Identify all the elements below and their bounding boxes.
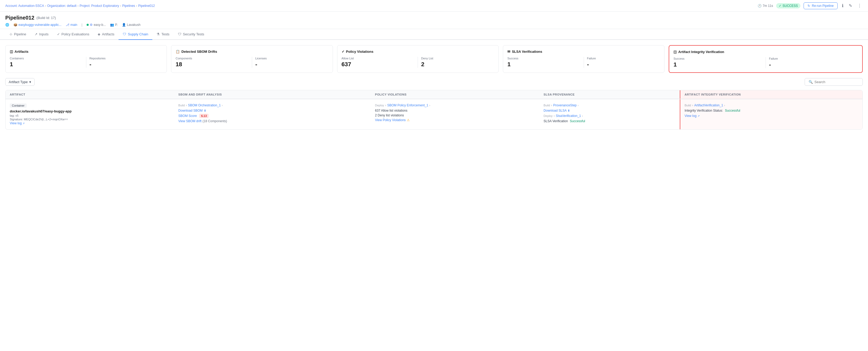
artifact-type-label: Artifact Type [9, 80, 28, 84]
policy-allow: Allow List 637 [342, 57, 415, 68]
more-button[interactable]: ⋮ [857, 2, 863, 9]
table-row: Container docker.io/lavakush07/easy-bugg… [5, 99, 863, 129]
search-input[interactable] [814, 80, 859, 84]
cell-sbom: Build › SBOM Orchestration_1 › Download … [174, 99, 371, 129]
green-dot-icon [87, 23, 89, 27]
cell-integrity: Build › ArtifactVerification_1 › Integri… [680, 99, 863, 129]
integrity-status-label: Integrity Verification Status: [684, 109, 723, 113]
chevron-right-slsa2: › [582, 115, 583, 118]
artifact-verification-link[interactable]: ArtifactVerification_1 [694, 103, 723, 107]
sbom-drift-row: View SBOM drift (18 Components) [179, 119, 367, 123]
sbom-icon: 📋 [176, 50, 180, 54]
tab-pipeline[interactable]: ⊹ Pipeline [5, 29, 30, 40]
breadcrumb-pipelines[interactable]: Pipelines [122, 4, 135, 8]
tab-security-tests[interactable]: 🛡 Security Tests [174, 29, 209, 40]
tab-inputs[interactable]: ↗ Inputs [30, 29, 53, 40]
meta-user-short: 👥 P. [110, 23, 118, 27]
security-tests-icon: 🛡 [178, 32, 181, 36]
card-sbom-title: 📋 Detected SBOM Drifts [176, 50, 328, 54]
artifact-tag-detail: tag: v5 [10, 114, 170, 117]
slsa-verification-link[interactable]: SlsaVerification_1 [556, 114, 581, 118]
card-artifacts: ◫ Artifacts Containers 1 Repositories - [5, 45, 167, 73]
sbom-orchestration-link[interactable]: SBOM Orchestration_1 [188, 103, 221, 107]
integrity-view-log-link[interactable]: View log [684, 114, 696, 118]
tests-icon: ⚗ [157, 32, 160, 36]
card-sbom-drifts: 📋 Detected SBOM Drifts Components 18 Lic… [171, 45, 333, 73]
users-icon: 👥 [110, 23, 114, 27]
chevron-right-icon: › [222, 104, 222, 107]
sbom-download-row: Download SBOM ⬇ [179, 109, 367, 113]
time-badge: 🕐 7m 11s [758, 4, 773, 8]
download-slsa-link[interactable]: Download SLSA [544, 109, 566, 113]
cell-artifact: Container docker.io/lavakush07/easy-bugg… [5, 99, 174, 129]
sbom-score-label: SBOM Score [179, 114, 197, 118]
slsa-provenance-link[interactable]: ProvenanceStep [553, 103, 577, 107]
tab-supply-chain[interactable]: 🛡 Supply Chain [119, 29, 152, 40]
check-icon: ✓ [779, 4, 781, 8]
artifact-type-dropdown[interactable]: Artifact Type ▾ [5, 78, 35, 86]
branch-name: main [70, 23, 78, 27]
meta-link-icon: 🌐 [5, 23, 9, 27]
policy-enforcement-link[interactable]: SBOM Policy Enforcement_1 [387, 103, 428, 107]
sbom-licenses: Licenses - [255, 57, 329, 68]
data-table: ARTIFACT SBOM AND DRIFT ANALYSIS POLICY … [5, 90, 863, 130]
card-policy-title: ✓ Policy Violations [342, 50, 494, 54]
download-sbom-link[interactable]: Download SBOM [179, 109, 203, 113]
breadcrumb-account[interactable]: Account: Automation-SSCA [5, 4, 44, 8]
deny-list-count: 2 Deny list violations [375, 114, 535, 117]
supply-chain-icon: 🛡 [123, 32, 126, 36]
person-icon: 👤 [122, 23, 126, 27]
integrity-link-row: Build › ArtifactVerification_1 › [684, 103, 858, 107]
integrity-failure: Failure - [769, 57, 858, 68]
top-actions: 🕐 7m 11s ✓ SUCCESS ↻ Re-run Pipeline ℹ ✎… [758, 2, 863, 9]
chevron-right-policy: › [429, 104, 430, 107]
verify-icon: ✉ [507, 50, 510, 54]
cell-slsa: Build › ProvenanceStep › Download SLSA ⬇… [539, 99, 680, 129]
breadcrumb-pipeline[interactable]: Pipeline012 [138, 4, 155, 8]
refresh-icon: ↻ [808, 4, 810, 8]
tab-artifacts[interactable]: ◈ Artifacts [93, 29, 119, 40]
main-content: ◫ Artifacts Containers 1 Repositories - … [0, 40, 868, 135]
shield-check-icon: ✓ [342, 50, 344, 54]
repo-icon: 📦 [13, 23, 18, 27]
slsa-download-row: Download SLSA ⬇ [544, 109, 676, 113]
card-slsa: ✉ SLSA Verifications Success 1 Failure - [503, 45, 664, 73]
slsa-provenance-row: Build › ProvenanceStep › [544, 103, 676, 107]
artifact-view-log-link[interactable]: View log ↗ [10, 121, 170, 125]
external-link-icon: ↗ [23, 122, 25, 125]
meta-branch: ⎇ main [66, 23, 78, 27]
integrity-status-value: Successful [725, 109, 740, 113]
repo-link[interactable]: easybuggy-vulnerable-applic... [19, 23, 62, 27]
search-icon: 🔍 [809, 80, 813, 84]
col-header-policy: POLICY VIOLATIONS [371, 90, 539, 99]
meta-icon1: ⚙ easy-b... [87, 23, 106, 27]
rerun-pipeline-button[interactable]: ↻ Re-run Pipeline [804, 2, 838, 9]
info-button[interactable]: ℹ [841, 2, 844, 9]
tab-policy-evaluations[interactable]: ✓ Policy Evaluations [53, 29, 94, 40]
view-policy-row: View Policy Violations ⚠ [375, 118, 535, 122]
view-sbom-drift-link[interactable]: View SBOM drift [179, 119, 202, 123]
meta-repo: 📦 easybuggy-vulnerable-applic... [13, 23, 62, 27]
inputs-icon: ↗ [35, 32, 37, 36]
slsa-download-icon: ⬇ [567, 109, 570, 113]
integrity-success: Success 1 [674, 57, 763, 68]
breadcrumb-project[interactable]: Project: Product Exploratory [80, 4, 119, 8]
policy-link-row: Deploy › SBOM Policy Enforcement_1 › [375, 103, 535, 107]
col-header-slsa: SLSA PROVENANCE [539, 90, 680, 99]
pipeline-title: Pipeline012 (Build Id: 17) [5, 15, 863, 21]
breadcrumb-org[interactable]: Organization: default [47, 4, 76, 8]
integrity-ext-link-icon: ↗ [698, 115, 700, 118]
card-integrity-title: ◫ Artifact Integrity Verification [674, 50, 858, 54]
artifacts-icon: ◈ [98, 32, 100, 36]
artifact-name: docker.io/lavakush07/easy-buggy-app [10, 109, 170, 113]
clock-icon: 🕐 [758, 4, 762, 8]
branch-icon: ⎇ [66, 23, 69, 27]
warning-icon: ⚠ [407, 118, 410, 122]
view-policy-violations-link[interactable]: View Policy Violations [375, 118, 406, 122]
chevron-right-integrity: › [724, 104, 725, 107]
pipeline-header: Pipeline012 (Build Id: 17) 🌐 📦 easybuggy… [0, 11, 868, 29]
top-bar: Account: Automation-SSCA › Organization:… [0, 0, 868, 11]
arrow-icon-policy: › [385, 103, 386, 107]
tab-tests[interactable]: ⚗ Tests [152, 29, 174, 40]
edit-button[interactable]: ✎ [848, 2, 853, 9]
